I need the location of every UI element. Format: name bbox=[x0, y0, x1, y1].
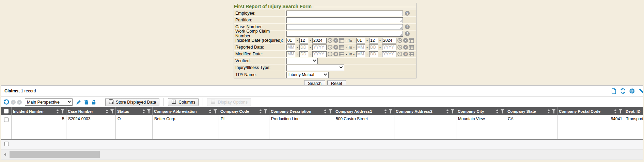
column-header-company-address2[interactable]: Company Address2 bbox=[394, 107, 456, 115]
calendar-icon[interactable] bbox=[339, 45, 344, 50]
perspective-select[interactable]: Main Perspective bbox=[25, 98, 73, 106]
filter-icon[interactable] bbox=[451, 109, 455, 113]
time-icon[interactable] bbox=[328, 45, 332, 50]
column-header-status[interactable]: Status bbox=[116, 107, 153, 115]
employee-input[interactable] bbox=[286, 11, 403, 16]
time-icon[interactable] bbox=[397, 38, 402, 43]
sort-icon[interactable] bbox=[384, 109, 387, 113]
table-row[interactable]: 5 S2024-0003 O Better Corp. PL Productio… bbox=[1, 115, 643, 140]
resize-grip-icon[interactable] bbox=[400, 20, 402, 22]
help-icon[interactable]: ? bbox=[405, 11, 410, 16]
filter-icon[interactable] bbox=[619, 109, 623, 113]
column-header-company-address1[interactable]: Company Address1 bbox=[334, 107, 394, 115]
modified-to-mm-input[interactable] bbox=[356, 51, 365, 57]
column-header-company-state[interactable]: Company State bbox=[506, 107, 557, 115]
filter-icon[interactable] bbox=[329, 109, 332, 113]
modified-from-yyyy-input[interactable] bbox=[312, 51, 327, 57]
clear-date-icon[interactable] bbox=[333, 45, 338, 50]
reported-to-yyyy-input[interactable] bbox=[382, 44, 396, 50]
sort-icon[interactable] bbox=[142, 109, 145, 113]
clear-date-icon[interactable] bbox=[403, 38, 408, 43]
sort-icon[interactable] bbox=[614, 109, 617, 113]
modified-to-dd-input[interactable] bbox=[369, 51, 378, 57]
incident-from-yyyy-input[interactable] bbox=[312, 38, 327, 43]
column-header-dept-id[interactable]: Dept. ID bbox=[624, 107, 643, 115]
footer-checkbox[interactable] bbox=[4, 142, 9, 146]
edit-pencil-icon[interactable] bbox=[76, 99, 82, 106]
column-header-company-description[interactable]: Company Description bbox=[269, 107, 334, 115]
sort-icon[interactable] bbox=[496, 109, 499, 113]
sort-icon[interactable] bbox=[56, 109, 59, 113]
filter-icon[interactable] bbox=[147, 109, 151, 113]
incident-from-dd-input[interactable] bbox=[299, 38, 308, 43]
incident-to-mm-input[interactable] bbox=[356, 38, 365, 43]
reported-to-mm-input[interactable] bbox=[356, 44, 365, 50]
reported-to-dd-input[interactable] bbox=[369, 44, 378, 50]
sort-icon[interactable] bbox=[324, 109, 327, 113]
filter-icon[interactable] bbox=[552, 109, 556, 113]
clear-date-icon[interactable] bbox=[403, 52, 408, 56]
wrench-icon[interactable] bbox=[638, 88, 643, 94]
time-icon[interactable] bbox=[328, 38, 332, 43]
clear-date-icon[interactable] bbox=[333, 52, 338, 56]
reported-from-dd-input[interactable] bbox=[299, 44, 308, 50]
clear-date-icon[interactable] bbox=[403, 45, 408, 50]
resize-grip-icon[interactable] bbox=[400, 34, 402, 36]
column-header-incident-number[interactable]: Incident Number bbox=[12, 107, 66, 115]
resize-grip-icon[interactable] bbox=[400, 27, 402, 29]
new-document-icon[interactable] bbox=[611, 88, 617, 94]
horizontal-scrollbar[interactable] bbox=[1, 149, 643, 160]
previous-perspective-icon[interactable]: ‹ bbox=[11, 100, 16, 105]
time-icon[interactable] bbox=[397, 52, 402, 56]
row-checkbox[interactable] bbox=[4, 118, 9, 122]
sort-icon[interactable] bbox=[106, 109, 109, 113]
help-icon[interactable]: ? bbox=[405, 31, 410, 36]
lock-icon[interactable] bbox=[91, 99, 97, 106]
column-header-company-postal-code[interactable]: Company Postal Code bbox=[557, 107, 624, 115]
time-icon[interactable] bbox=[397, 45, 402, 50]
modified-from-mm-input[interactable] bbox=[286, 51, 295, 57]
undo-icon[interactable] bbox=[3, 99, 10, 106]
sort-icon[interactable] bbox=[209, 109, 212, 113]
settings-gear-icon[interactable] bbox=[629, 88, 635, 94]
tpa-name-select[interactable]: Liberty Mutual bbox=[286, 72, 329, 78]
modified-to-yyyy-input[interactable] bbox=[382, 51, 396, 57]
column-header-company-code[interactable]: Company Code bbox=[219, 107, 269, 115]
filter-icon[interactable] bbox=[389, 109, 393, 113]
case-number-input[interactable] bbox=[286, 24, 403, 30]
clear-date-icon[interactable] bbox=[333, 38, 338, 43]
resize-grip-icon[interactable] bbox=[400, 13, 402, 16]
incident-to-dd-input[interactable] bbox=[369, 38, 378, 43]
filter-icon[interactable] bbox=[501, 109, 504, 113]
sort-icon[interactable] bbox=[446, 109, 449, 113]
help-icon[interactable]: ? bbox=[405, 24, 410, 29]
calendar-icon[interactable] bbox=[409, 52, 414, 56]
next-perspective-icon[interactable]: › bbox=[17, 100, 22, 105]
calendar-icon[interactable] bbox=[339, 52, 344, 56]
incident-to-yyyy-input[interactable] bbox=[382, 38, 396, 43]
reported-from-yyyy-input[interactable] bbox=[312, 44, 327, 50]
calendar-icon[interactable] bbox=[409, 38, 414, 43]
store-displayed-data-button[interactable]: Store Displayed Data bbox=[105, 98, 159, 106]
filter-icon[interactable] bbox=[264, 109, 268, 113]
select-all-checkbox[interactable] bbox=[4, 109, 9, 113]
row-select-cell[interactable] bbox=[1, 115, 12, 139]
modified-from-dd-input[interactable] bbox=[299, 51, 308, 57]
work-comp-input[interactable] bbox=[286, 31, 403, 37]
scrollbar-thumb[interactable] bbox=[10, 151, 100, 158]
columns-button[interactable]: Columns bbox=[168, 98, 199, 106]
select-all-header-cell[interactable] bbox=[1, 107, 12, 115]
calendar-icon[interactable] bbox=[409, 45, 414, 50]
time-icon[interactable] bbox=[328, 52, 332, 56]
sort-icon[interactable] bbox=[547, 109, 550, 113]
calendar-icon[interactable] bbox=[339, 38, 344, 43]
verified-select[interactable] bbox=[286, 58, 318, 64]
column-header-case-number[interactable]: Case Number bbox=[66, 107, 116, 115]
sort-icon[interactable] bbox=[259, 109, 262, 113]
scroll-left-arrow-icon[interactable] bbox=[4, 153, 6, 156]
column-header-company-abbreviation[interactable]: Company Abbreviation bbox=[153, 107, 219, 115]
partition-input[interactable] bbox=[286, 17, 403, 23]
reported-from-mm-input[interactable] bbox=[286, 44, 295, 50]
refresh-icon[interactable] bbox=[620, 88, 626, 94]
filter-icon[interactable] bbox=[214, 109, 217, 113]
